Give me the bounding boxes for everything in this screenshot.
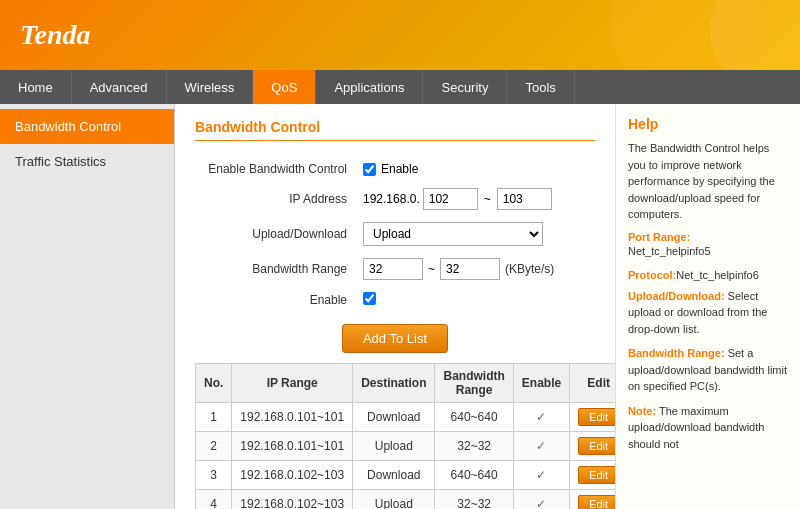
cell-no: 1 xyxy=(196,403,232,432)
cell-destination: Download xyxy=(353,461,435,490)
bandwidth-form: Enable Bandwidth Control Enable IP Addre… xyxy=(195,156,595,314)
cell-edit[interactable]: Edit xyxy=(570,490,615,510)
edit-button[interactable]: Edit xyxy=(578,437,615,455)
bandwidth-unit: (KByte/s) xyxy=(505,262,554,276)
nav-home[interactable]: Home xyxy=(0,70,72,104)
help-panel: Help The Bandwidth Control helps you to … xyxy=(615,104,800,509)
enable-checkbox[interactable] xyxy=(363,163,376,176)
sidebar-item-traffic-statistics[interactable]: Traffic Statistics xyxy=(0,144,174,179)
enable-label: Enable Bandwidth Control xyxy=(195,156,355,182)
help-intro: The Bandwidth Control helps you to impro… xyxy=(628,140,788,223)
col-no: No. xyxy=(196,364,232,403)
edit-button[interactable]: Edit xyxy=(578,408,615,426)
nav-bar: Home Advanced Wireless QoS Applications … xyxy=(0,70,800,104)
cell-no: 2 xyxy=(196,432,232,461)
help-bandwidth-label: Bandwidth Range: xyxy=(628,347,725,359)
cell-enable: ✓ xyxy=(513,403,569,432)
help-protocol-label: Protocol: xyxy=(628,269,676,281)
enable-row-checkbox[interactable] xyxy=(363,292,376,305)
cell-destination: Upload xyxy=(353,490,435,510)
cell-ip-range: 192.168.0.101~101 xyxy=(232,403,353,432)
help-port-range-value: Net_tc_helpinfo5 xyxy=(628,243,788,260)
help-title: Help xyxy=(628,116,788,132)
cell-bandwidth: 32~32 xyxy=(435,490,513,510)
ip-end-input[interactable] xyxy=(497,188,552,210)
sidebar-item-bandwidth-control[interactable]: Bandwidth Control xyxy=(0,109,174,144)
sidebar: Bandwidth Control Traffic Statistics xyxy=(0,104,175,509)
cell-no: 4 xyxy=(196,490,232,510)
enable-checkbox-label[interactable]: Enable xyxy=(363,162,587,176)
cell-destination: Upload xyxy=(353,432,435,461)
enable-checkbox-text: Enable xyxy=(381,162,418,176)
ip-address-group: 192.168.0. ~ xyxy=(363,188,587,210)
ip-prefix: 192.168.0. xyxy=(363,192,420,206)
cell-no: 3 xyxy=(196,461,232,490)
content-area: Bandwidth Control Enable Bandwidth Contr… xyxy=(175,104,615,509)
bandwidth-end-input[interactable] xyxy=(440,258,500,280)
upload-download-label: Upload/Download xyxy=(195,216,355,252)
col-bandwidth: Bandwidth Range xyxy=(435,364,513,403)
nav-advanced[interactable]: Advanced xyxy=(72,70,167,104)
enable-row-label: Enable xyxy=(195,286,355,314)
nav-applications[interactable]: Applications xyxy=(316,70,423,104)
range-dash: ~ xyxy=(428,262,435,276)
cell-ip-range: 192.168.0.101~101 xyxy=(232,432,353,461)
cell-edit[interactable]: Edit xyxy=(570,403,615,432)
help-protocol-value: Net_tc_helpinfo6 xyxy=(676,269,759,281)
cell-edit[interactable]: Edit xyxy=(570,432,615,461)
bandwidth-start-input[interactable] xyxy=(363,258,423,280)
cell-enable: ✓ xyxy=(513,490,569,510)
table-row: 4 192.168.0.102~103 Upload 32~32 ✓ Edit … xyxy=(196,490,616,510)
cell-enable: ✓ xyxy=(513,432,569,461)
cell-ip-range: 192.168.0.102~103 xyxy=(232,461,353,490)
cell-bandwidth: 32~32 xyxy=(435,432,513,461)
header: Tenda xyxy=(0,0,800,70)
col-ip-range: IP Range xyxy=(232,364,353,403)
ip-address-label: IP Address xyxy=(195,182,355,216)
cell-enable: ✓ xyxy=(513,461,569,490)
cell-destination: Download xyxy=(353,403,435,432)
nav-tools[interactable]: Tools xyxy=(507,70,574,104)
col-enable: Enable xyxy=(513,364,569,403)
help-note-label: Note: xyxy=(628,405,656,417)
col-edit: Edit xyxy=(570,364,615,403)
ip-start-input[interactable] xyxy=(423,188,478,210)
nav-wireless[interactable]: Wireless xyxy=(167,70,254,104)
add-to-list-button[interactable]: Add To List xyxy=(342,324,448,353)
table-row: 3 192.168.0.102~103 Download 640~640 ✓ E… xyxy=(196,461,616,490)
page-title: Bandwidth Control xyxy=(195,119,595,141)
col-destination: Destination xyxy=(353,364,435,403)
bandwidth-range-group: ~ (KByte/s) xyxy=(363,258,587,280)
help-port-range-label: Port Range: xyxy=(628,231,788,243)
edit-button[interactable]: Edit xyxy=(578,466,615,484)
bandwidth-table: No. IP Range Destination Bandwidth Range… xyxy=(195,363,615,509)
upload-download-select[interactable]: Upload Download xyxy=(363,222,543,246)
nav-security[interactable]: Security xyxy=(423,70,507,104)
logo: Tenda xyxy=(20,19,91,51)
cell-edit[interactable]: Edit xyxy=(570,461,615,490)
help-upload-label: Upload/Download: xyxy=(628,290,725,302)
ip-dash: ~ xyxy=(484,192,491,206)
table-row: 1 192.168.0.101~101 Download 640~640 ✓ E… xyxy=(196,403,616,432)
cell-bandwidth: 640~640 xyxy=(435,461,513,490)
main-layout: Bandwidth Control Traffic Statistics Ban… xyxy=(0,104,800,509)
bandwidth-range-label: Bandwidth Range xyxy=(195,252,355,286)
table-row: 2 192.168.0.101~101 Upload 32~32 ✓ Edit … xyxy=(196,432,616,461)
cell-bandwidth: 640~640 xyxy=(435,403,513,432)
edit-button[interactable]: Edit xyxy=(578,495,615,509)
cell-ip-range: 192.168.0.102~103 xyxy=(232,490,353,510)
nav-qos[interactable]: QoS xyxy=(253,70,316,104)
